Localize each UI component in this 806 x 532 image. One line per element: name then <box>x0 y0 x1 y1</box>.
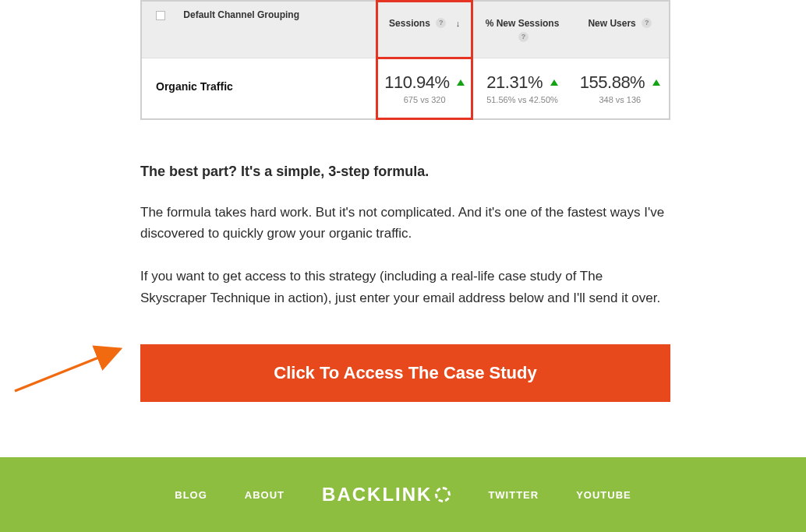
headline-text: The best part? It's a simple, 3-step for… <box>140 164 670 180</box>
cell-pct-new: 21.31% 51.56% vs 42.50% <box>473 58 571 118</box>
dimension-header-label: Default Channel Grouping <box>183 9 299 20</box>
annotation-arrow-icon <box>11 343 136 397</box>
brand-text: BACKLINK <box>322 484 432 506</box>
col-sessions-label: Sessions <box>389 18 430 29</box>
help-icon: ? <box>518 32 528 42</box>
brand-logo: BACKLINK <box>322 484 451 506</box>
footer-link-blog[interactable]: BLOG <box>175 489 207 501</box>
up-arrow-icon <box>652 79 660 86</box>
footer-link-about[interactable]: ABOUT <box>245 489 285 501</box>
footer-link-twitter[interactable]: TWITTER <box>488 489 539 501</box>
site-footer: BLOG ABOUT BACKLINK TWITTER YOUTUBE <box>0 457 806 532</box>
up-arrow-icon <box>550 79 558 86</box>
checkbox-icon <box>156 11 165 20</box>
dimension-header: Default Channel Grouping <box>142 2 376 58</box>
body-paragraph-1: The formula takes hard work. But it's no… <box>140 202 670 244</box>
pctnew-pct: 21.31% <box>486 72 543 92</box>
col-sessions: Sessions ? ↓ <box>376 2 473 58</box>
analytics-table: Default Channel Grouping Sessions ? ↓ % … <box>140 0 670 120</box>
sessions-pct: 110.94% <box>384 72 449 92</box>
help-icon: ? <box>642 18 652 28</box>
newusers-sub: 348 vs 136 <box>576 95 664 104</box>
sort-down-icon: ↓ <box>456 19 461 28</box>
col-pct-new: % New Sessions ? <box>473 2 571 58</box>
cell-new-users: 155.88% 348 vs 136 <box>571 58 669 118</box>
cell-sessions: 110.94% 675 vs 320 <box>376 58 473 118</box>
help-icon: ? <box>436 18 446 28</box>
col-pct-new-label: % New Sessions <box>486 18 560 29</box>
col-new-users: New Users ? <box>571 2 669 58</box>
pctnew-sub: 51.56% vs 42.50% <box>478 95 566 104</box>
body-paragraph-2: If you want to get access to this strate… <box>140 266 670 308</box>
row-label: Organic Traffic <box>142 58 376 118</box>
up-arrow-icon <box>457 79 465 86</box>
footer-link-youtube[interactable]: YOUTUBE <box>576 489 631 501</box>
col-new-users-label: New Users <box>588 18 635 29</box>
newusers-pct: 155.88% <box>580 72 645 92</box>
sessions-sub: 675 vs 320 <box>380 95 468 104</box>
brand-spinner-icon <box>435 487 451 502</box>
cta-button[interactable]: Click To Access The Case Study <box>140 344 670 402</box>
